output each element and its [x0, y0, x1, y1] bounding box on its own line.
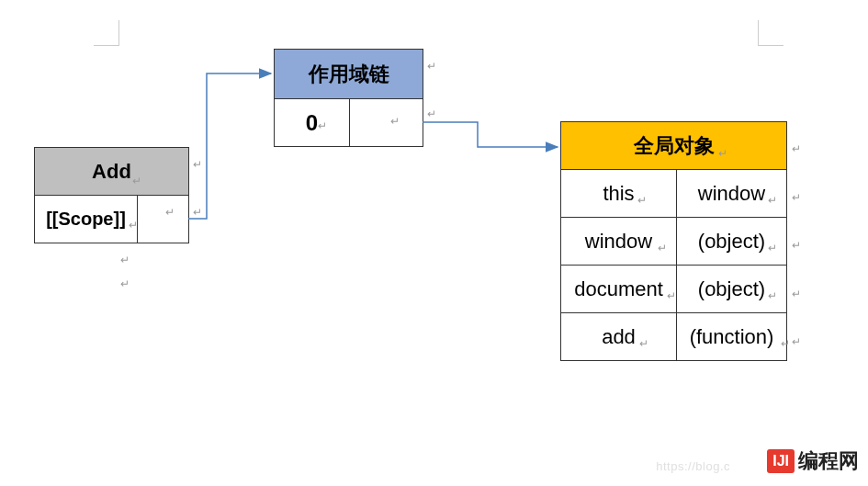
return-mark-icon: ↵: [792, 191, 801, 204]
add-function-box: Add [[Scope]]: [34, 147, 189, 243]
add-scope-key: [[Scope]]: [35, 196, 138, 243]
site-logo: IJI 编程网: [767, 447, 859, 475]
return-mark-icon: ↵: [792, 335, 801, 348]
return-mark-icon: ↵: [390, 115, 400, 128]
return-mark-icon: ↵: [165, 206, 175, 219]
global-row-key: add: [561, 313, 677, 361]
return-mark-icon: ↵: [658, 242, 667, 254]
return-mark-icon: ↵: [639, 337, 648, 350]
return-mark-icon: ↵: [193, 206, 202, 219]
global-row-key: document: [561, 266, 677, 313]
global-row-key: this: [561, 170, 677, 218]
return-mark-icon: ↵: [637, 194, 647, 207]
return-mark-icon: ↵: [792, 288, 801, 300]
return-mark-icon: ↵: [768, 194, 777, 207]
return-mark-icon: ↵: [667, 289, 676, 302]
return-mark-icon: ↵: [120, 254, 130, 266]
global-row-val: (function): [677, 313, 787, 361]
return-mark-icon: ↵: [781, 337, 790, 350]
return-mark-icon: ↵: [193, 158, 202, 171]
return-mark-icon: ↵: [120, 277, 130, 290]
add-scope-value: [138, 196, 189, 243]
return-mark-icon: ↵: [427, 107, 436, 120]
return-mark-icon: ↵: [427, 60, 436, 73]
logo-badge: IJI: [767, 449, 795, 473]
return-mark-icon: ↵: [792, 239, 801, 252]
return-mark-icon: ↵: [318, 119, 327, 132]
blog-watermark: https://blog.c: [656, 459, 730, 473]
corner-decoration-tr: [758, 20, 783, 46]
add-title: Add: [35, 148, 189, 196]
scope-chain-index: 0: [275, 99, 350, 147]
scope-chain-title: 作用域链: [275, 50, 423, 99]
return-mark-icon: ↵: [132, 175, 141, 187]
scope-chain-box: 作用域链 0: [274, 49, 423, 147]
return-mark-icon: ↵: [129, 219, 138, 232]
scope-chain-ref: [350, 99, 423, 147]
return-mark-icon: ↵: [718, 147, 727, 160]
corner-decoration-tl: [94, 20, 119, 46]
logo-text: 编程网: [798, 447, 859, 475]
return-mark-icon: ↵: [768, 289, 777, 302]
return-mark-icon: ↵: [768, 242, 777, 254]
global-object-box: 全局对象 this window window (object) documen…: [560, 121, 787, 361]
return-mark-icon: ↵: [792, 142, 801, 155]
global-object-title: 全局对象: [561, 122, 787, 170]
